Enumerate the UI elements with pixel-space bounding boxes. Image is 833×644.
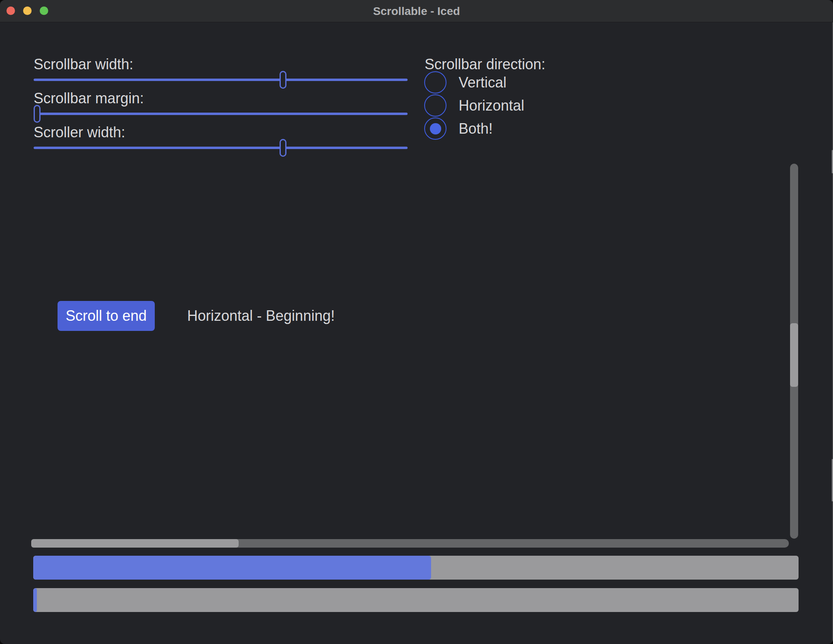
horizontal-scrollbar[interactable] (31, 539, 789, 548)
window-title: Scrollable - Iced (0, 0, 833, 22)
radio-horizontal-circle[interactable] (424, 94, 446, 117)
slider-handle[interactable] (280, 71, 286, 89)
scrollbar-direction-label: Scrollbar direction: (425, 56, 545, 73)
vertical-scrollbar-thumb[interactable] (790, 323, 798, 387)
radio-vertical-circle[interactable] (424, 71, 446, 94)
radio-both-label: Both! (459, 120, 493, 137)
scrollbar-margin-label: Scrollbar margin: (34, 90, 144, 107)
radio-horizontal[interactable]: Horizontal (424, 94, 524, 117)
radio-vertical[interactable]: Vertical (424, 71, 524, 94)
slider-handle[interactable] (280, 139, 286, 157)
horizontal-scrollbar-thumb[interactable] (31, 539, 239, 548)
app-window: Scrollable - Iced Scrollbar width: Scrol… (0, 0, 833, 644)
radio-both-circle[interactable] (424, 117, 446, 140)
scroll-status-text: Horizontal - Beginning! (187, 301, 335, 331)
vertical-scrollbar[interactable] (790, 164, 798, 539)
vertical-progress-bar (33, 556, 799, 580)
vertical-progress-fill (33, 556, 431, 580)
scrollbar-width-slider[interactable] (34, 71, 408, 89)
scrollbar-width-label: Scrollbar width: (34, 56, 133, 73)
scroller-width-slider[interactable] (34, 139, 408, 157)
scrollbar-direction-group: Vertical Horizontal Both! (424, 71, 524, 140)
horizontal-progress-fill (33, 588, 37, 612)
scroller-width-label: Scroller width: (34, 124, 125, 141)
slider-handle[interactable] (34, 105, 41, 123)
scrollbar-margin-slider[interactable] (34, 105, 408, 123)
radio-dot (430, 123, 441, 134)
radio-horizontal-label: Horizontal (459, 97, 524, 114)
slider-track[interactable] (34, 79, 408, 81)
radio-both[interactable]: Both! (424, 117, 524, 140)
radio-vertical-label: Vertical (459, 74, 506, 91)
titlebar: Scrollable - Iced (0, 0, 833, 22)
scroll-to-end-button[interactable]: Scroll to end (58, 301, 155, 331)
slider-track[interactable] (34, 147, 408, 149)
slider-track[interactable] (34, 113, 408, 115)
horizontal-progress-bar (33, 588, 799, 612)
